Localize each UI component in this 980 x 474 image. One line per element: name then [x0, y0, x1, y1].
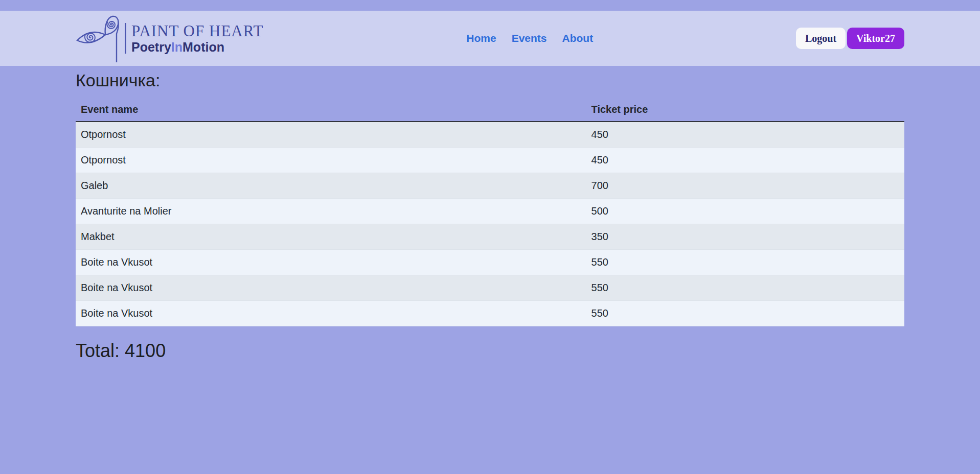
- ticket-price-cell: 500: [586, 199, 904, 224]
- account-actions: Logout Viktor27: [796, 28, 904, 49]
- cart-table-body: Otpornost450Otpornost450Galeb700Avanturi…: [76, 122, 904, 326]
- ticket-price-cell: 550: [586, 301, 904, 326]
- table-row: Boite na Vkusot550: [76, 250, 904, 275]
- brand-subtitle-in: In: [171, 40, 183, 54]
- table-row: Boite na Vkusot550: [76, 275, 904, 301]
- table-row: Boite na Vkusot550: [76, 301, 904, 326]
- event-name-cell: Otpornost: [76, 122, 586, 148]
- cart-heading: Кошничка:: [76, 70, 904, 90]
- total-value: 4100: [125, 340, 166, 361]
- nav-link-about[interactable]: About: [562, 32, 594, 44]
- event-name-cell: Galeb: [76, 173, 586, 199]
- ticket-price-cell: 350: [586, 224, 904, 250]
- poetry-flower-icon: [76, 14, 123, 63]
- nav-link-home[interactable]: Home: [466, 32, 496, 44]
- main-content: Кошничка: Event name Ticket price Otporn…: [0, 70, 980, 362]
- brand-subtitle-motion: Motion: [183, 40, 224, 54]
- nav-link-events[interactable]: Events: [512, 32, 547, 44]
- ticket-price-cell: 450: [586, 122, 904, 148]
- brand-subtitle: PoetryInMotion: [131, 40, 263, 54]
- table-row: Otpornost450: [76, 122, 904, 148]
- table-row: Makbet350: [76, 224, 904, 250]
- column-header-event-name: Event name: [76, 98, 586, 122]
- table-row: Galeb700: [76, 173, 904, 199]
- cart-table-header: Event name Ticket price: [76, 98, 904, 122]
- total-heading: Total: 4100: [76, 340, 904, 362]
- column-header-ticket-price: Ticket price: [586, 98, 904, 122]
- event-name-cell: Avanturite na Molier: [76, 199, 586, 224]
- cart-table: Event name Ticket price Otpornost450Otpo…: [76, 98, 904, 326]
- brand-title: PAINT OF HEART: [131, 23, 263, 40]
- total-label: Total:: [76, 340, 120, 361]
- event-name-cell: Otpornost: [76, 148, 586, 173]
- ticket-price-cell: 550: [586, 275, 904, 301]
- nav-links: Home Events About: [263, 32, 795, 44]
- event-name-cell: Boite na Vkusot: [76, 275, 586, 301]
- brand-subtitle-poetry: Poetry: [131, 40, 171, 54]
- table-row: Avanturite na Molier500: [76, 199, 904, 224]
- navbar: PAINT OF HEART PoetryInMotion Home Event…: [0, 11, 980, 66]
- logout-button[interactable]: Logout: [796, 28, 846, 49]
- brand-text: PAINT OF HEART PoetryInMotion: [125, 23, 263, 54]
- event-name-cell: Makbet: [76, 224, 586, 250]
- ticket-price-cell: 550: [586, 250, 904, 275]
- ticket-price-cell: 700: [586, 173, 904, 199]
- ticket-price-cell: 450: [586, 148, 904, 173]
- table-row: Otpornost450: [76, 148, 904, 173]
- brand-logo[interactable]: PAINT OF HEART PoetryInMotion: [76, 11, 263, 66]
- event-name-cell: Boite na Vkusot: [76, 301, 586, 326]
- event-name-cell: Boite na Vkusot: [76, 250, 586, 275]
- username-button[interactable]: Viktor27: [847, 28, 904, 49]
